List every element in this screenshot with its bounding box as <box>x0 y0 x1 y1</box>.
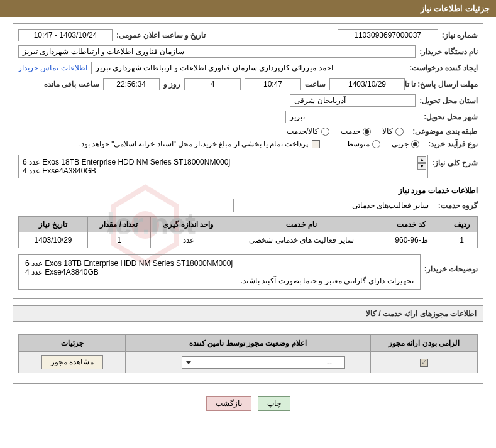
buyer-org-label: نام دستگاه خریدار: <box>419 47 478 56</box>
category-goods-label: کالا <box>382 127 393 136</box>
services-info-title: اطلاعات خدمات مورد نیاز <box>18 182 478 199</box>
category-service-radio[interactable]: خدمت <box>341 127 371 136</box>
deadline-label: مهلت ارسال پاسخ: تا تاریخ: <box>409 80 478 89</box>
general-desc-line2: 4 عدد Exse4A3840GB <box>23 167 415 175</box>
category-label: طبقه بندی موضوعی: <box>412 127 478 136</box>
td-name: سایر فعالیت های خدماتی شخصی <box>226 232 377 248</box>
category-goods-radio[interactable]: کالا <box>382 127 404 136</box>
th-mandatory: الزامی بودن ارائه مجوز <box>371 335 478 352</box>
purchase-medium-radio[interactable]: متوسط <box>346 139 380 148</box>
th-date: تاریخ نیاز <box>19 217 88 232</box>
deadline-time-value: 10:47 <box>245 78 301 90</box>
table-row: 1 ط-96-960 سایر فعالیت های خدماتی شخصی ع… <box>19 232 478 248</box>
general-desc-line1: 6 عدد Exos 18TB Enterprise HDD NM Series… <box>23 158 415 167</box>
print-button[interactable]: چاپ <box>258 396 290 411</box>
footer-buttons: چاپ بازگشت <box>0 390 496 422</box>
th-name: نام خدمت <box>226 217 377 232</box>
category-service-label: خدمت <box>341 127 360 136</box>
purchase-minor-radio[interactable]: جزیی <box>392 139 419 148</box>
permit-row: -- مشاهده مجوز <box>19 352 478 373</box>
announce-date-label: تاریخ و ساعت اعلان عمومی: <box>116 31 206 40</box>
category-radio-group: کالا خدمت کالا/خدمت <box>287 127 404 136</box>
purchase-medium-label: متوسط <box>346 139 370 148</box>
purchase-type-label: نوع فرآیند خرید: <box>428 139 478 148</box>
province-label: استان محل تحویل: <box>419 96 478 105</box>
need-number-label: شماره نیاز: <box>442 31 478 40</box>
category-both-label: کالا/خدمت <box>287 127 319 136</box>
td-date: 1403/10/29 <box>19 232 88 248</box>
status-select-value: -- <box>327 358 332 367</box>
view-permit-button[interactable]: مشاهده مجوز <box>41 355 103 369</box>
purchase-type-radio-group: جزیی متوسط <box>346 139 419 148</box>
days-text: روز و <box>163 80 180 89</box>
th-row: ردیف <box>446 217 478 232</box>
purchase-minor-label: جزیی <box>392 139 409 148</box>
province-value: آذربایجان شرقی <box>290 94 416 107</box>
time-label: ساعت <box>305 80 326 89</box>
treasury-payment-checkbox[interactable] <box>312 140 320 148</box>
days-remaining-value: 4 <box>184 78 241 90</box>
service-group-label: گروه خدمت: <box>438 201 478 210</box>
back-button[interactable]: بازگشت <box>206 396 251 411</box>
deadline-date-value: 1403/10/29 <box>329 78 405 90</box>
buyer-desc-line1: 6 عدد Exos 18TB Enterprise HDD NM Series… <box>25 259 414 268</box>
requester-value: احمد میرزائی کارپردازی سازمان فناوری اطل… <box>91 62 406 74</box>
city-label: شهر محل تحویل: <box>424 112 478 121</box>
general-desc-label: شرح کلی نیاز: <box>432 158 478 167</box>
td-row: 1 <box>446 232 478 248</box>
buyer-org-value: سازمان فناوری اطلاعات و ارتباطات شهرداری… <box>18 45 416 58</box>
page-header: جزئیات اطلاعات نیاز <box>0 0 496 17</box>
permit-section-body: الزامی بودن ارائه مجوز اعلام وضعیت مجوز … <box>13 321 483 384</box>
td-qty: 1 <box>88 232 151 248</box>
buyer-contact-link[interactable]: اطلاعات تماس خریدار <box>18 63 87 72</box>
status-select[interactable]: -- <box>182 356 345 369</box>
remaining-text: ساعت باقی مانده <box>44 80 99 89</box>
permit-table: الزامی بودن ارائه مجوز اعلام وضعیت مجوز … <box>18 334 478 373</box>
textarea-scroll[interactable]: ▲▼ <box>417 156 426 170</box>
general-desc-textarea[interactable]: 6 عدد Exos 18TB Enterprise HDD NM Series… <box>18 155 428 178</box>
category-both-radio[interactable]: کالا/خدمت <box>287 127 329 136</box>
permit-section-header: اطلاعات مجوزهای ارائه خدمت / کالا <box>13 305 483 321</box>
service-group-value: سایر فعالیت‌های خدماتی <box>233 199 434 212</box>
announce-date-value: 1403/10/24 - 10:47 <box>18 29 113 41</box>
buyer-desc-box: 6 عدد Exos 18TB Enterprise HDD NM Series… <box>18 254 421 290</box>
mandatory-checkbox[interactable] <box>420 359 428 367</box>
need-number-value: 1103093697000037 <box>338 29 438 41</box>
td-unit: عدد <box>151 232 226 248</box>
th-code: کد خدمت <box>377 217 446 232</box>
buyer-desc-label: توضیحات خریدار: <box>424 265 478 273</box>
th-status: اعلام وضعیت مجوز توسط تامین کننده <box>126 335 371 352</box>
payment-note: پرداخت تمام یا بخشی از مبلغ خرید،از محل … <box>79 139 309 148</box>
requester-label: ایجاد کننده درخواست: <box>409 63 478 72</box>
buyer-desc-line2: 4 عدد Exse4A3840GB <box>25 268 414 276</box>
buyer-desc-line3: تجهیزات دارای گارانتی معتبر و حتما بصورت… <box>25 276 414 285</box>
city-value: تبریز <box>285 111 411 123</box>
countdown-value: 22:56:34 <box>103 78 160 90</box>
td-code: ط-96-960 <box>377 232 446 248</box>
th-unit: واحد اندازه گیری <box>151 217 226 232</box>
th-details: جزئیات <box>19 335 126 352</box>
main-form: AriaTender.net شماره نیاز: 1103093697000… <box>13 23 483 299</box>
th-qty: تعداد / مقدار <box>88 217 151 232</box>
services-table: ردیف کد خدمت نام خدمت واحد اندازه گیری ت… <box>18 216 478 248</box>
